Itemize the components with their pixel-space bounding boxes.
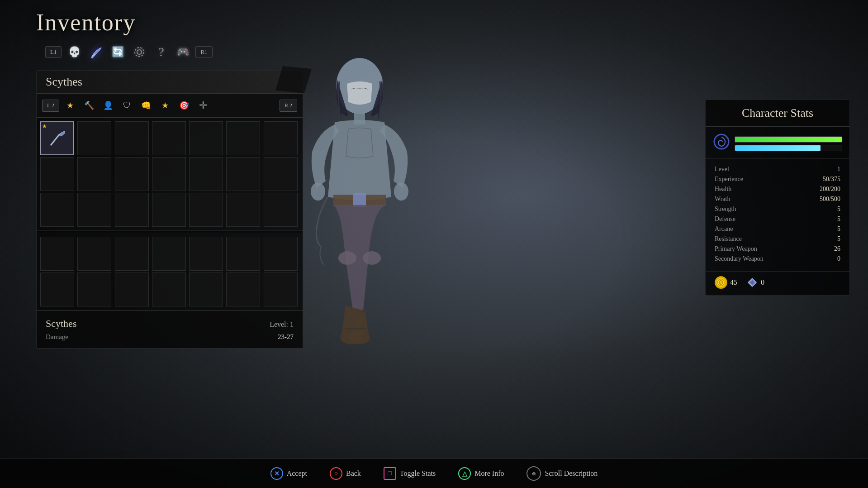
health-bar-fill [735, 137, 842, 142]
crystal-icon [746, 277, 758, 288]
quest-tab[interactable]: ? [152, 43, 170, 61]
stat-health: Health 200/200 [715, 184, 840, 194]
inventory-panel: Scythes L 2 ★ 🔨 👤 🛡 👊 ★ 🎯 ✛ R 2 ★ [36, 70, 303, 349]
item-stat-damage: Damage 23-27 [46, 333, 294, 341]
square-button-icon: □ [384, 467, 396, 480]
bars-area [706, 127, 849, 159]
grid-cell-1-0[interactable] [40, 157, 74, 191]
svg-point-1 [137, 50, 142, 54]
skull-tab[interactable]: 💀 [65, 43, 83, 61]
grid-cell-4-0[interactable] [40, 273, 74, 306]
grid-cell-0-2[interactable] [115, 121, 149, 155]
grid-cell-2-0[interactable] [40, 193, 74, 227]
circle-button-icon: ○ [330, 467, 342, 480]
item-info: Scythes Level: 1 Damage 23-27 [37, 310, 303, 348]
bars-stack [735, 136, 842, 151]
grid-cell-1-2[interactable] [115, 157, 149, 191]
filter-cross[interactable]: ✛ [195, 97, 211, 114]
nav-right-btn[interactable]: R1 [195, 46, 212, 58]
toggle-stats-label: Toggle Stats [400, 469, 436, 478]
crystal-amount: 0 [761, 278, 764, 287]
triangle-button-icon: △ [458, 467, 471, 480]
stat-resistance: Resistance 5 [715, 234, 840, 244]
grid-cell-3-6[interactable] [264, 237, 298, 271]
grid-cell-3-4[interactable] [189, 237, 223, 271]
scroll-desc-label: Scroll Description [545, 469, 598, 478]
grid-cell-3-1[interactable] [77, 237, 111, 271]
filter-hammer[interactable]: 🔨 [81, 97, 97, 114]
grid-cell-0-5[interactable] [226, 121, 260, 155]
grid-cell-0-4[interactable] [189, 121, 223, 155]
filter-star1[interactable]: ★ [62, 97, 78, 114]
nav-left-btn[interactable]: L1 [45, 46, 62, 58]
grid-cell-2-6[interactable] [264, 193, 298, 227]
svg-text:$: $ [720, 280, 722, 285]
filter-r2[interactable]: R 2 [280, 100, 297, 112]
grid-cell-4-4[interactable] [189, 273, 223, 306]
filter-fist[interactable]: 👊 [138, 97, 154, 114]
stat-strength: Strength 5 [715, 204, 840, 214]
grid-cell-4-2[interactable] [115, 273, 149, 306]
stat-arcane: Arcane 5 [715, 224, 840, 234]
grid-cell-3-3[interactable] [152, 237, 186, 271]
accept-label: Accept [287, 469, 307, 478]
currency-row: $ 45 0 [706, 271, 849, 295]
back-action[interactable]: ○ Back [330, 467, 361, 480]
scythe-tab[interactable] [87, 43, 105, 61]
grid-cell-0-0[interactable]: ★ [40, 121, 74, 155]
grid-cell-3-5[interactable] [226, 237, 260, 271]
rotate-tab[interactable]: 🔄 [109, 43, 127, 61]
stat-secondary-weapon: Secondary Weapon 0 [715, 254, 840, 264]
grid-cell-0-3[interactable] [152, 121, 186, 155]
grid-cell-4-5[interactable] [226, 273, 260, 306]
filter-row: L 2 ★ 🔨 👤 🛡 👊 ★ 🎯 ✛ R 2 [37, 94, 303, 118]
stat-defense: Defense 5 [715, 214, 840, 224]
spiral-icon [713, 133, 730, 154]
controller-tab[interactable]: 🎮 [174, 43, 192, 61]
item-level: Level: 1 [270, 321, 294, 329]
gear-tab[interactable] [130, 43, 148, 61]
filter-star2[interactable]: ★ [157, 97, 173, 114]
star-badge: ★ [42, 123, 47, 130]
grid-cell-0-6[interactable] [264, 121, 298, 155]
wrath-bar [735, 145, 842, 151]
grid-cell-3-0[interactable] [40, 237, 74, 271]
filter-l2[interactable]: L 2 [42, 100, 59, 112]
grid-cell-2-1[interactable] [77, 193, 111, 227]
stats-panel: Character Stats Level 1 Experience 50/37… [705, 100, 850, 296]
grid-cell-1-1[interactable] [77, 157, 111, 191]
cross-button-icon: ✕ [270, 467, 283, 480]
more-info-label: More Info [474, 469, 504, 478]
stats-list: Level 1 Experience 50/375 Health 200/200… [706, 159, 849, 271]
filter-shield[interactable]: 🛡 [119, 97, 135, 114]
grid-cell-2-2[interactable] [115, 193, 149, 227]
filter-target[interactable]: 🎯 [176, 97, 192, 114]
grid-cell-4-1[interactable] [77, 273, 111, 306]
inventory-category: Scythes [46, 75, 82, 88]
filter-person[interactable]: 👤 [100, 97, 116, 114]
inventory-grid-bottom [37, 233, 303, 310]
more-info-action[interactable]: △ More Info [458, 467, 504, 480]
grid-cell-1-5[interactable] [226, 157, 260, 191]
nav-tabs: L1 💀 🔄 ? 🎮 R1 [45, 43, 213, 61]
grid-cell-2-3[interactable] [152, 193, 186, 227]
grid-cell-0-1[interactable] [77, 121, 111, 155]
grid-cell-1-3[interactable] [152, 157, 186, 191]
grid-cell-3-2[interactable] [115, 237, 149, 271]
crystal-currency: 0 [746, 277, 764, 288]
damage-value: 23-27 [278, 333, 294, 341]
grid-cell-4-3[interactable] [152, 273, 186, 306]
page-title: Inventory [36, 9, 136, 36]
accept-action[interactable]: ✕ Accept [270, 467, 307, 480]
grid-cell-2-5[interactable] [226, 193, 260, 227]
stat-experience: Experience 50/375 [715, 174, 840, 184]
svg-point-2 [135, 48, 144, 57]
grid-cell-4-6[interactable] [264, 273, 298, 306]
grid-cell-1-6[interactable] [264, 157, 298, 191]
toggle-stats-action[interactable]: □ Toggle Stats [384, 467, 436, 480]
stat-wrath: Wrath 500/500 [715, 194, 840, 204]
health-bar [735, 136, 842, 143]
scroll-desc-action[interactable]: ⊛ Scroll Description [526, 466, 598, 481]
grid-cell-1-4[interactable] [189, 157, 223, 191]
grid-cell-2-4[interactable] [189, 193, 223, 227]
